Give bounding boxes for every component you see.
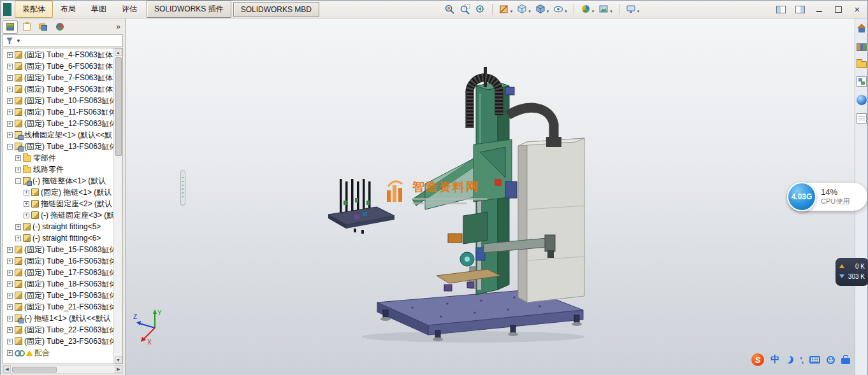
minimize-button[interactable]: [811, 3, 827, 15]
tree-item[interactable]: + (-) straight fitting<5>: [3, 221, 113, 232]
expand-toggle[interactable]: +: [7, 281, 13, 287]
zoom-to-area-icon[interactable]: [459, 4, 470, 15]
expand-toggle[interactable]: +: [24, 201, 29, 207]
expand-toggle[interactable]: +: [15, 236, 21, 241]
scroll-left-arrow[interactable]: [3, 365, 11, 373]
tree-item[interactable]: + 线路零件: [3, 164, 113, 175]
expand-toggle[interactable]: +: [24, 213, 29, 218]
expand-toggle[interactable]: +: [15, 224, 21, 230]
punctuation-icon[interactable]: [800, 354, 803, 365]
displaymanager-tab[interactable]: [52, 20, 68, 34]
scroll-down-arrow[interactable]: [115, 356, 122, 364]
tree-item[interactable]: + (固定) Tube_16-FS063缸体: [3, 255, 113, 267]
tree-item[interactable]: + (固定) Tube_6-FS063缸体: [3, 60, 113, 72]
previous-view-icon[interactable]: [475, 4, 486, 15]
display-style-icon[interactable]: ▾: [535, 4, 549, 15]
tab-solidworks-mbd[interactable]: SOLIDWORKS MBD: [233, 2, 319, 17]
expand-toggle[interactable]: +: [7, 110, 13, 115]
expand-toggle[interactable]: +: [7, 293, 13, 299]
close-button[interactable]: [850, 3, 865, 15]
ime-lang-toggle[interactable]: 中: [770, 354, 779, 365]
tree-item[interactable]: + (-) 拖链固定座<3> (默: [3, 209, 113, 221]
tree-item[interactable]: + 线槽固定架<1> (默认<<默: [3, 129, 113, 141]
tree-item[interactable]: + (固定) Tube_19-FS063缸体: [3, 290, 113, 301]
tree-item[interactable]: - (-) 拖链整体<1> (默认: [3, 175, 113, 187]
memory-ball[interactable]: 4.03G: [787, 182, 816, 211]
expand-toggle[interactable]: +: [15, 167, 21, 173]
custom-properties-icon[interactable]: [857, 113, 867, 124]
tree-item[interactable]: + 配合: [3, 347, 113, 358]
pane-right-icon[interactable]: [792, 3, 807, 15]
dropdown-caret-icon[interactable]: ▾: [637, 8, 640, 15]
configurationmanager-tab[interactable]: [36, 20, 51, 34]
dropdown-caret-icon[interactable]: ▾: [528, 8, 531, 15]
tab-layout[interactable]: 布局: [53, 1, 83, 18]
tree-item[interactable]: + 零部件: [3, 152, 113, 164]
toolbox-icon[interactable]: [841, 358, 850, 364]
expand-toggle[interactable]: +: [7, 64, 13, 69]
dropdown-caret-icon[interactable]: ▾: [592, 8, 595, 15]
tree-item[interactable]: + (固定) Tube_22-FS063缸体: [3, 324, 113, 336]
tab-evaluate[interactable]: 评估: [114, 1, 145, 18]
home-icon[interactable]: [857, 24, 867, 34]
dropdown-caret-icon[interactable]: ▾: [565, 8, 567, 15]
horizontal-scroll-thumb[interactable]: [12, 367, 57, 372]
section-view-icon[interactable]: ▾: [499, 4, 513, 15]
dropdown-caret-icon[interactable]: ▾: [510, 8, 513, 15]
tab-sketch[interactable]: 草图: [83, 1, 114, 18]
dropdown-caret-icon[interactable]: ▾: [610, 8, 612, 15]
file-explorer-icon[interactable]: [857, 61, 867, 68]
propertymanager-tab[interactable]: [19, 20, 34, 34]
apply-scene-icon[interactable]: ▾: [598, 4, 612, 15]
expand-toggle[interactable]: +: [7, 75, 13, 81]
tab-solidworks-addins[interactable]: SOLIDWORKS 插件: [147, 1, 231, 18]
tree-item[interactable]: - (固定) Tube_13-FS063缸体: [3, 141, 113, 152]
expand-toggle[interactable]: +: [15, 155, 21, 161]
edit-appearance-icon[interactable]: ▾: [581, 4, 595, 15]
tree-item[interactable]: + (固定) Tube_10-FS063缸体: [3, 95, 113, 106]
expand-toggle[interactable]: +: [7, 327, 13, 333]
appearances-icon[interactable]: [857, 95, 867, 105]
tree-item[interactable]: + (固定) Tube_23-FS063缸体: [3, 336, 113, 347]
sogou-logo-icon[interactable]: S: [751, 353, 764, 366]
graphics-area[interactable]: 智造资料网 Y Z X: [126, 18, 855, 375]
tree-item[interactable]: + (固定) Tube_4-FS063缸体: [3, 49, 113, 60]
tree-item[interactable]: + (固定) Tube_9-FS063缸体: [3, 83, 113, 95]
expand-toggle[interactable]: +: [7, 247, 13, 253]
expand-toggle[interactable]: -: [7, 144, 13, 150]
featuremanager-tab[interactable]: [3, 20, 18, 34]
expand-toggle[interactable]: +: [7, 98, 13, 104]
tree-item[interactable]: + (-) straight fitting<6>: [3, 232, 113, 244]
tree-item[interactable]: + (固定) Tube_15-FS063缸体: [3, 244, 113, 255]
tree-item[interactable]: + (固定) 拖链<1> (默认: [3, 187, 113, 198]
expand-toggle[interactable]: +: [7, 87, 13, 92]
fullwidth-moon-icon[interactable]: [786, 356, 793, 364]
expand-toggle[interactable]: +: [7, 316, 13, 322]
scroll-right-arrow[interactable]: [115, 365, 122, 373]
tree-item[interactable]: + (固定) Tube_12-FS063缸体: [3, 118, 113, 129]
view-settings-icon[interactable]: ▾: [626, 4, 640, 15]
tree-vertical-scrollbar[interactable]: [113, 48, 122, 364]
tree-item[interactable]: + (固定) Tube_7-FS063缸体: [3, 72, 113, 83]
tree-horizontal-scrollbar[interactable]: [3, 365, 123, 374]
expand-toggle[interactable]: +: [7, 52, 13, 58]
vertical-scroll-thumb[interactable]: [115, 57, 122, 156]
expand-toggle[interactable]: +: [24, 190, 29, 195]
hide-show-items-icon[interactable]: ▾: [553, 4, 567, 15]
expand-toggle[interactable]: -: [15, 178, 21, 184]
pane-left-icon[interactable]: [773, 3, 788, 15]
emoji-icon[interactable]: [827, 356, 835, 364]
tree-item[interactable]: + (-) 拖链1<1> (默认<<默认: [3, 313, 113, 324]
panel-splitter-grip[interactable]: [180, 170, 185, 206]
expand-toggle[interactable]: +: [7, 121, 13, 127]
view-palette-icon[interactable]: [857, 76, 867, 87]
expand-toggle[interactable]: +: [7, 350, 13, 356]
cpu-usage-widget[interactable]: 4.03G 14% CPU使用: [788, 183, 867, 211]
tree-item[interactable]: + (固定) Tube_11-FS063缸体: [3, 106, 113, 118]
restore-button[interactable]: [830, 3, 846, 15]
manager-tabs-overflow[interactable]: »: [116, 22, 123, 31]
view-orientation-icon[interactable]: ▾: [517, 4, 531, 15]
scroll-up-arrow[interactable]: [115, 48, 122, 56]
tree-item[interactable]: + (固定) Tube_18-FS063缸体: [3, 278, 113, 290]
net-speed-widget[interactable]: 0 K 303 K: [835, 258, 868, 286]
